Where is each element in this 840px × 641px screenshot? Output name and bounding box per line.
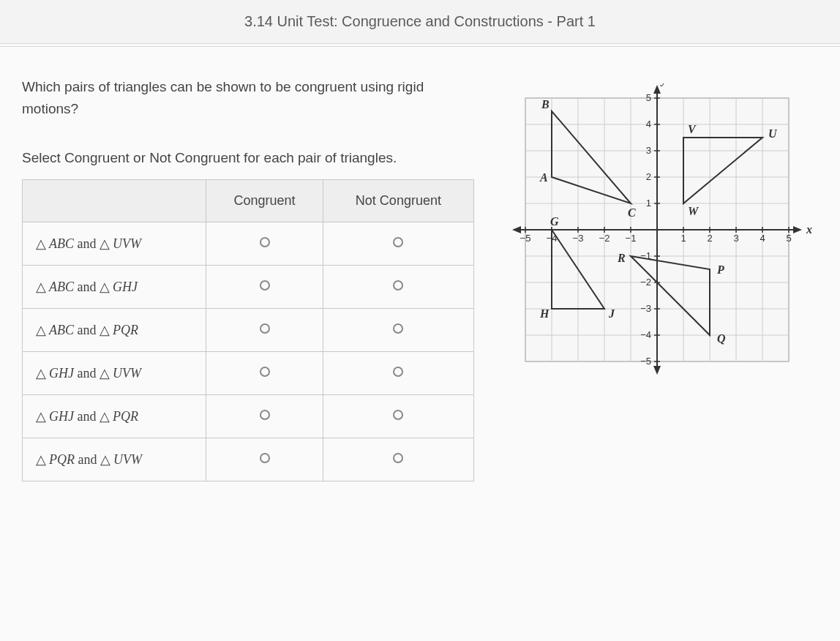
- svg-text:−1: −1: [626, 233, 637, 244]
- svg-text:−5: −5: [520, 233, 531, 244]
- svg-marker-28: [653, 366, 661, 375]
- svg-text:3: 3: [733, 233, 738, 244]
- svg-marker-25: [793, 226, 802, 233]
- table-row: △GHJ and △UVW: [23, 351, 474, 394]
- table-row: △ABC and △GHJ: [23, 265, 474, 308]
- svg-text:H: H: [539, 307, 550, 320]
- svg-text:5: 5: [786, 233, 791, 244]
- radio-not-congruent[interactable]: [393, 237, 403, 247]
- radio-congruent[interactable]: [260, 410, 270, 420]
- radio-congruent[interactable]: [260, 237, 270, 247]
- content: Which pairs of triangles can be shown to…: [0, 76, 840, 481]
- radio-congruent[interactable]: [260, 323, 270, 334]
- table-row: △ABC and △PQR: [23, 308, 474, 351]
- svg-text:2: 2: [646, 171, 651, 182]
- table-row: △GHJ and △PQR: [23, 394, 474, 438]
- radio-congruent[interactable]: [260, 367, 270, 377]
- header-not-congruent: Not Congruent: [323, 179, 473, 222]
- table-row: △ABC and △UVW: [23, 222, 474, 265]
- svg-text:U: U: [768, 127, 778, 140]
- svg-text:−2: −2: [599, 233, 610, 244]
- svg-text:4: 4: [760, 233, 765, 244]
- svg-text:4: 4: [646, 119, 651, 130]
- svg-text:−2: −2: [640, 277, 651, 288]
- page-title: 3.14 Unit Test: Congruence and Construct…: [0, 0, 840, 44]
- svg-text:−5: −5: [640, 356, 651, 367]
- svg-text:−3: −3: [640, 303, 651, 314]
- svg-text:J: J: [608, 307, 615, 320]
- divider: [0, 44, 840, 47]
- svg-text:−4: −4: [640, 329, 651, 340]
- pair-label: △GHJ and △PQR: [23, 394, 206, 438]
- radio-congruent[interactable]: [260, 453, 270, 463]
- pair-label: △PQR and △UVW: [23, 438, 206, 481]
- svg-text:1: 1: [646, 198, 651, 209]
- table-row: △PQR and △UVW: [23, 438, 474, 481]
- pair-label: △ABC and △PQR: [23, 308, 206, 351]
- svg-text:2: 2: [707, 233, 712, 244]
- svg-text:y: y: [660, 83, 667, 86]
- svg-text:Q: Q: [717, 332, 726, 345]
- graph-column: −5−4−3−2−112345−5−4−3−2−112345xyABCUVWGH…: [503, 76, 818, 481]
- svg-text:3: 3: [646, 145, 651, 156]
- left-column: Which pairs of triangles can be shown to…: [22, 76, 474, 481]
- svg-text:C: C: [628, 206, 636, 219]
- svg-text:B: B: [541, 98, 550, 110]
- question-text: Which pairs of triangles can be shown to…: [22, 76, 474, 121]
- pair-label: △ABC and △UVW: [23, 222, 206, 265]
- header-blank: [23, 179, 206, 222]
- radio-not-congruent[interactable]: [393, 323, 403, 334]
- answer-table: Congruent Not Congruent △ABC and △UVW △A…: [22, 179, 474, 481]
- header-congruent: Congruent: [206, 179, 323, 222]
- svg-text:P: P: [716, 263, 724, 276]
- svg-text:1: 1: [680, 233, 686, 244]
- radio-not-congruent[interactable]: [393, 367, 403, 377]
- svg-text:V: V: [688, 123, 697, 135]
- instruction-text: Select Congruent or Not Congruent for ea…: [22, 150, 474, 166]
- svg-text:5: 5: [646, 92, 651, 103]
- svg-text:x: x: [806, 223, 812, 236]
- svg-text:−3: −3: [573, 233, 584, 244]
- radio-not-congruent[interactable]: [393, 280, 403, 290]
- pair-label: △ABC and △GHJ: [23, 265, 206, 308]
- coordinate-graph: −5−4−3−2−112345−5−4−3−2−112345xyABCUVWGH…: [503, 83, 818, 391]
- svg-marker-27: [653, 85, 661, 94]
- svg-text:R: R: [617, 252, 626, 264]
- pair-label: △GHJ and △UVW: [23, 351, 206, 394]
- radio-not-congruent[interactable]: [393, 453, 403, 463]
- svg-text:W: W: [688, 205, 700, 217]
- svg-text:A: A: [539, 171, 548, 184]
- radio-not-congruent[interactable]: [393, 410, 403, 420]
- radio-congruent[interactable]: [260, 280, 270, 290]
- svg-text:G: G: [550, 215, 559, 228]
